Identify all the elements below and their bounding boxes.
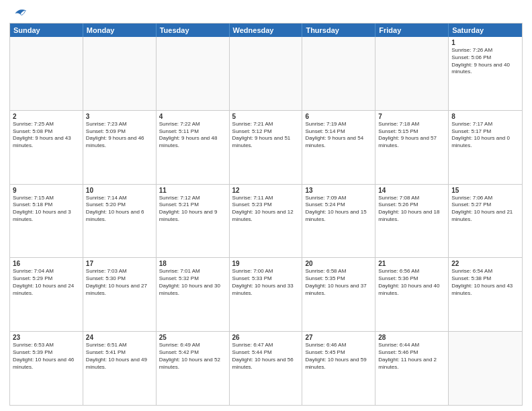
day-info: Sunrise: 7:26 AM Sunset: 5:06 PM Dayligh…	[451, 47, 519, 76]
day-number: 24	[86, 334, 153, 341]
day-info: Sunrise: 6:56 AM Sunset: 5:36 PM Dayligh…	[378, 268, 445, 297]
calendar-cell: 8Sunrise: 7:17 AM Sunset: 5:17 PM Daylig…	[449, 111, 522, 184]
day-info: Sunrise: 7:15 AM Sunset: 5:18 PM Dayligh…	[13, 195, 80, 224]
day-number: 17	[86, 260, 153, 267]
calendar-row: 23Sunrise: 6:53 AM Sunset: 5:39 PM Dayli…	[10, 332, 522, 405]
calendar-cell: 21Sunrise: 6:56 AM Sunset: 5:36 PM Dayli…	[375, 258, 449, 331]
calendar-cell: 1Sunrise: 7:26 AM Sunset: 5:06 PM Daylig…	[449, 37, 522, 110]
day-info: Sunrise: 7:03 AM Sunset: 5:30 PM Dayligh…	[86, 268, 153, 297]
day-info: Sunrise: 7:21 AM Sunset: 5:12 PM Dayligh…	[232, 121, 300, 150]
calendar-cell: 20Sunrise: 6:58 AM Sunset: 5:35 PM Dayli…	[302, 258, 375, 331]
day-info: Sunrise: 7:06 AM Sunset: 5:27 PM Dayligh…	[451, 195, 519, 224]
day-number: 16	[13, 260, 80, 267]
day-number: 13	[305, 187, 372, 194]
calendar-cell	[375, 37, 449, 110]
day-number: 5	[232, 113, 300, 120]
day-number: 15	[451, 187, 519, 194]
calendar-row: 2Sunrise: 7:25 AM Sunset: 5:08 PM Daylig…	[10, 111, 522, 185]
day-number: 23	[13, 334, 80, 341]
day-number: 25	[159, 334, 226, 341]
calendar-cell: 26Sunrise: 6:47 AM Sunset: 5:44 PM Dayli…	[230, 332, 303, 405]
calendar-cell: 12Sunrise: 7:11 AM Sunset: 5:23 PM Dayli…	[230, 185, 303, 258]
calendar-cell: 16Sunrise: 7:04 AM Sunset: 5:29 PM Dayli…	[10, 258, 83, 331]
day-number: 2	[13, 113, 80, 120]
day-info: Sunrise: 7:14 AM Sunset: 5:20 PM Dayligh…	[86, 195, 153, 224]
weekday-header: Saturday	[449, 24, 522, 37]
calendar-header: SundayMondayTuesdayWednesdayThursdayFrid…	[10, 24, 522, 37]
calendar: SundayMondayTuesdayWednesdayThursdayFrid…	[9, 23, 523, 406]
calendar-cell: 25Sunrise: 6:49 AM Sunset: 5:42 PM Dayli…	[157, 332, 230, 405]
day-info: Sunrise: 7:22 AM Sunset: 5:11 PM Dayligh…	[159, 121, 226, 150]
calendar-cell: 14Sunrise: 7:08 AM Sunset: 5:26 PM Dayli…	[375, 185, 449, 258]
calendar-cell	[83, 37, 157, 110]
page: SundayMondayTuesdayWednesdayThursdayFrid…	[0, 0, 532, 411]
calendar-row: 1Sunrise: 7:26 AM Sunset: 5:06 PM Daylig…	[10, 37, 522, 111]
weekday-header: Monday	[83, 24, 157, 37]
calendar-cell: 19Sunrise: 7:00 AM Sunset: 5:33 PM Dayli…	[230, 258, 303, 331]
day-info: Sunrise: 6:58 AM Sunset: 5:35 PM Dayligh…	[305, 268, 372, 297]
day-number: 21	[378, 260, 445, 267]
day-number: 22	[451, 260, 519, 267]
calendar-cell: 6Sunrise: 7:19 AM Sunset: 5:14 PM Daylig…	[302, 111, 375, 184]
day-number: 6	[305, 113, 372, 120]
calendar-cell: 23Sunrise: 6:53 AM Sunset: 5:39 PM Dayli…	[10, 332, 83, 405]
day-number: 9	[13, 187, 80, 194]
calendar-cell	[449, 332, 522, 405]
calendar-cell: 17Sunrise: 7:03 AM Sunset: 5:30 PM Dayli…	[83, 258, 157, 331]
day-number: 28	[378, 334, 445, 341]
day-info: Sunrise: 7:19 AM Sunset: 5:14 PM Dayligh…	[305, 121, 372, 150]
header	[9, 7, 523, 19]
calendar-cell: 5Sunrise: 7:21 AM Sunset: 5:12 PM Daylig…	[230, 111, 303, 184]
day-info: Sunrise: 6:51 AM Sunset: 5:41 PM Dayligh…	[86, 342, 153, 371]
day-number: 20	[305, 260, 372, 267]
day-number: 11	[159, 187, 226, 194]
day-info: Sunrise: 7:11 AM Sunset: 5:23 PM Dayligh…	[232, 195, 300, 224]
calendar-cell: 28Sunrise: 6:44 AM Sunset: 5:46 PM Dayli…	[375, 332, 449, 405]
day-info: Sunrise: 7:18 AM Sunset: 5:15 PM Dayligh…	[378, 121, 445, 150]
day-number: 26	[232, 334, 300, 341]
day-number: 3	[86, 113, 153, 120]
calendar-cell: 3Sunrise: 7:23 AM Sunset: 5:09 PM Daylig…	[83, 111, 157, 184]
calendar-cell: 15Sunrise: 7:06 AM Sunset: 5:27 PM Dayli…	[449, 185, 522, 258]
day-info: Sunrise: 6:47 AM Sunset: 5:44 PM Dayligh…	[232, 342, 300, 371]
day-info: Sunrise: 7:00 AM Sunset: 5:33 PM Dayligh…	[232, 268, 300, 297]
day-info: Sunrise: 7:04 AM Sunset: 5:29 PM Dayligh…	[13, 268, 80, 297]
day-info: Sunrise: 7:23 AM Sunset: 5:09 PM Dayligh…	[86, 121, 153, 150]
calendar-cell	[302, 37, 375, 110]
calendar-cell: 22Sunrise: 6:54 AM Sunset: 5:38 PM Dayli…	[449, 258, 522, 331]
day-info: Sunrise: 7:25 AM Sunset: 5:08 PM Dayligh…	[13, 121, 80, 150]
day-number: 27	[305, 334, 372, 341]
weekday-header: Tuesday	[157, 24, 230, 37]
calendar-cell: 4Sunrise: 7:22 AM Sunset: 5:11 PM Daylig…	[157, 111, 230, 184]
day-number: 19	[232, 260, 300, 267]
calendar-cell: 11Sunrise: 7:12 AM Sunset: 5:21 PM Dayli…	[157, 185, 230, 258]
calendar-cell	[157, 37, 230, 110]
logo-bird-icon	[11, 5, 27, 21]
calendar-cell: 7Sunrise: 7:18 AM Sunset: 5:15 PM Daylig…	[375, 111, 449, 184]
calendar-cell: 10Sunrise: 7:14 AM Sunset: 5:20 PM Dayli…	[83, 185, 157, 258]
day-info: Sunrise: 7:17 AM Sunset: 5:17 PM Dayligh…	[451, 121, 519, 150]
day-info: Sunrise: 7:01 AM Sunset: 5:32 PM Dayligh…	[159, 268, 226, 297]
weekday-header: Friday	[375, 24, 449, 37]
logo	[9, 7, 27, 19]
calendar-row: 16Sunrise: 7:04 AM Sunset: 5:29 PM Dayli…	[10, 258, 522, 332]
weekday-header: Sunday	[10, 24, 83, 37]
day-info: Sunrise: 7:09 AM Sunset: 5:24 PM Dayligh…	[305, 195, 372, 224]
day-number: 12	[232, 187, 300, 194]
day-info: Sunrise: 6:44 AM Sunset: 5:46 PM Dayligh…	[378, 342, 445, 371]
calendar-row: 9Sunrise: 7:15 AM Sunset: 5:18 PM Daylig…	[10, 185, 522, 259]
calendar-cell: 13Sunrise: 7:09 AM Sunset: 5:24 PM Dayli…	[302, 185, 375, 258]
day-number: 7	[378, 113, 445, 120]
calendar-cell: 2Sunrise: 7:25 AM Sunset: 5:08 PM Daylig…	[10, 111, 83, 184]
calendar-cell	[10, 37, 83, 110]
day-info: Sunrise: 6:46 AM Sunset: 5:45 PM Dayligh…	[305, 342, 372, 371]
day-number: 1	[451, 39, 519, 46]
calendar-cell: 27Sunrise: 6:46 AM Sunset: 5:45 PM Dayli…	[302, 332, 375, 405]
calendar-cell: 9Sunrise: 7:15 AM Sunset: 5:18 PM Daylig…	[10, 185, 83, 258]
day-info: Sunrise: 6:49 AM Sunset: 5:42 PM Dayligh…	[159, 342, 226, 371]
day-info: Sunrise: 7:12 AM Sunset: 5:21 PM Dayligh…	[159, 195, 226, 224]
day-number: 10	[86, 187, 153, 194]
day-number: 8	[451, 113, 519, 120]
calendar-cell: 24Sunrise: 6:51 AM Sunset: 5:41 PM Dayli…	[83, 332, 157, 405]
day-info: Sunrise: 6:54 AM Sunset: 5:38 PM Dayligh…	[451, 268, 519, 297]
